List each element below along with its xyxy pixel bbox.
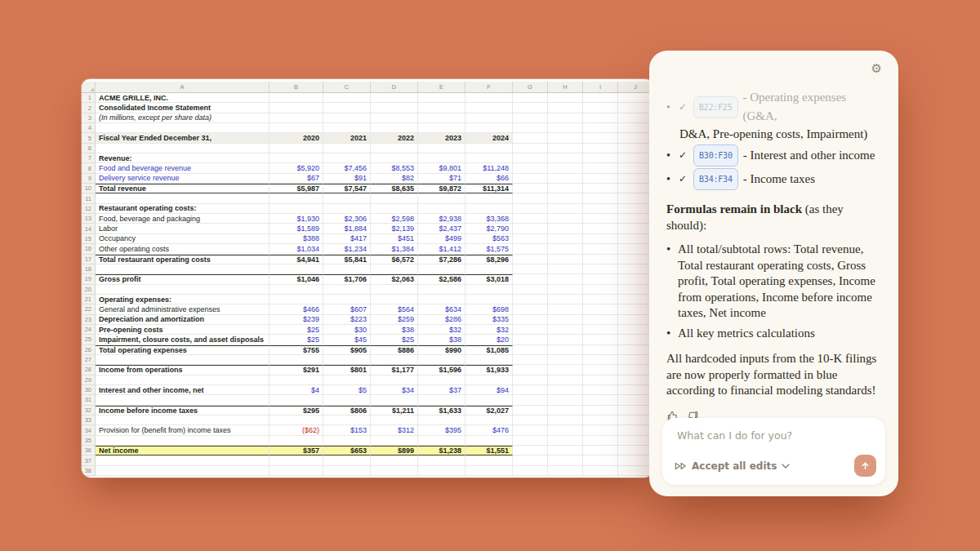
sheet-cell-F28[interactable]: $1,933 xyxy=(466,365,513,375)
sheet-cell-A4[interactable] xyxy=(96,123,270,133)
sheet-cell-B21[interactable] xyxy=(270,295,323,304)
row-header-29[interactable]: 29 xyxy=(82,375,96,385)
sheet-cell-I27[interactable] xyxy=(583,355,618,365)
sheet-cell-E15[interactable]: $499 xyxy=(418,234,466,244)
sheet-cell-F18[interactable] xyxy=(466,264,513,274)
sheet-cell-A13[interactable]: Food, beverage and packaging xyxy=(96,214,270,224)
sheet-cell-E34[interactable]: $395 xyxy=(418,425,466,435)
sheet-cell-G28[interactable] xyxy=(513,365,548,375)
sheet-cell-F8[interactable]: $11,248 xyxy=(466,163,513,173)
sheet-cell-J18[interactable] xyxy=(618,264,653,274)
sheet-cell-D13[interactable]: $2,598 xyxy=(371,214,418,224)
sheet-cell-E20[interactable] xyxy=(418,285,466,295)
sheet-cell-I22[interactable] xyxy=(583,304,618,314)
sheet-cell-D2[interactable] xyxy=(371,103,418,113)
sheet-cell-H16[interactable] xyxy=(548,244,583,254)
row-header-1[interactable]: 1 xyxy=(82,93,96,103)
sheet-cell-B19[interactable]: $1,046 xyxy=(270,274,323,284)
sheet-cell-E4[interactable] xyxy=(418,123,466,133)
sheet-cell-F14[interactable]: $2,790 xyxy=(466,224,513,233)
sheet-cell-E14[interactable]: $2,437 xyxy=(418,224,466,233)
sheet-cell-J21[interactable] xyxy=(618,295,653,304)
sheet-cell-D22[interactable]: $564 xyxy=(371,304,418,314)
sheet-cell-A12[interactable]: Restaurant operating costs: xyxy=(96,204,270,214)
sheet-cell-D37[interactable] xyxy=(371,455,418,465)
sheet-cell-J13[interactable] xyxy=(618,214,653,224)
sheet-cell-H24[interactable] xyxy=(548,325,583,335)
sheet-cell-E7[interactable] xyxy=(418,153,466,163)
sheet-cell-E1[interactable] xyxy=(418,93,466,103)
sheet-cell-J33[interactable] xyxy=(618,415,653,425)
sheet-cell-C11[interactable] xyxy=(323,193,371,203)
sheet-cell-A34[interactable]: Provision for (benefit from) income taxe… xyxy=(96,425,270,435)
row-header-19[interactable]: 19 xyxy=(82,274,96,284)
row-header-17[interactable]: 17 xyxy=(82,255,96,264)
sheet-cell-E16[interactable]: $1,412 xyxy=(418,244,466,254)
sheet-cell-F23[interactable]: $335 xyxy=(466,315,513,325)
sheet-cell-I35[interactable] xyxy=(583,436,618,446)
sheet-cell-C38[interactable] xyxy=(323,466,371,476)
sheet-cell-B33[interactable] xyxy=(270,415,323,425)
composer-input[interactable] xyxy=(675,429,875,442)
sheet-cell-G9[interactable] xyxy=(513,174,548,184)
sheet-cell-J35[interactable] xyxy=(618,436,653,446)
sheet-cell-F31[interactable] xyxy=(466,395,513,405)
sheet-cell-C32[interactable]: $806 xyxy=(323,406,371,415)
row-header-37[interactable]: 37 xyxy=(82,455,96,465)
sheet-cell-B32[interactable]: $295 xyxy=(270,406,323,415)
sheet-cell-F20[interactable] xyxy=(466,285,513,295)
row-header-15[interactable]: 15 xyxy=(82,234,96,244)
sheet-cell-F13[interactable]: $3,368 xyxy=(466,214,513,224)
sheet-cell-E22[interactable]: $634 xyxy=(418,304,466,314)
sheet-cell-I10[interactable] xyxy=(583,184,618,193)
sheet-cell-A22[interactable]: General and administrative expenses xyxy=(96,304,270,314)
sheet-cell-H25[interactable] xyxy=(548,335,583,344)
sheet-cell-E5[interactable]: 2023 xyxy=(418,133,466,143)
sheet-cell-H30[interactable] xyxy=(548,385,583,395)
sheet-cell-F11[interactable] xyxy=(466,193,513,203)
sheet-cell-A9[interactable]: Delivery service revenue xyxy=(96,174,270,184)
sheet-cell-C26[interactable]: $905 xyxy=(323,345,371,355)
sheet-cell-H10[interactable] xyxy=(548,184,583,193)
sheet-cell-J15[interactable] xyxy=(618,234,653,244)
sheet-cell-B11[interactable] xyxy=(270,193,323,203)
row-header-34[interactable]: 34 xyxy=(82,425,96,435)
sheet-cell-I5[interactable] xyxy=(583,133,618,143)
sheet-cell-I31[interactable] xyxy=(583,395,618,405)
sheet-cell-C4[interactable] xyxy=(323,123,371,133)
sheet-cell-D20[interactable] xyxy=(371,285,418,295)
sheet-cell-I11[interactable] xyxy=(583,193,618,203)
sheet-cell-F26[interactable]: $1,085 xyxy=(466,345,513,355)
sheet-cell-F17[interactable]: $8,296 xyxy=(466,255,513,264)
column-header-A[interactable]: A xyxy=(96,82,270,93)
sheet-cell-G25[interactable] xyxy=(513,335,548,344)
sheet-cell-D19[interactable]: $2,063 xyxy=(371,274,418,284)
sheet-cell-E3[interactable] xyxy=(418,113,466,123)
sheet-cell-F16[interactable]: $1,575 xyxy=(466,244,513,254)
cell-range-chip[interactable]: B22:F25 xyxy=(693,96,738,118)
sheet-cell-A35[interactable] xyxy=(96,436,270,446)
sheet-cell-D3[interactable] xyxy=(371,113,418,123)
sheet-cell-I23[interactable] xyxy=(583,315,618,325)
sheet-cell-C22[interactable]: $607 xyxy=(323,304,371,314)
sheet-cell-J12[interactable] xyxy=(618,204,653,214)
sheet-cell-I28[interactable] xyxy=(583,365,618,375)
sheet-cell-G31[interactable] xyxy=(513,395,548,405)
sheet-cell-F5[interactable]: 2024 xyxy=(466,133,513,143)
sheet-cell-H15[interactable] xyxy=(548,234,583,244)
sheet-cell-B18[interactable] xyxy=(270,264,323,274)
row-header-14[interactable]: 14 xyxy=(82,224,96,233)
sheet-cell-E6[interactable] xyxy=(418,144,466,153)
sheet-cell-J23[interactable] xyxy=(618,315,653,325)
sheet-cell-I3[interactable] xyxy=(583,113,618,123)
sheet-cell-B35[interactable] xyxy=(270,436,323,446)
row-header-32[interactable]: 32 xyxy=(82,406,96,415)
sheet-cell-F37[interactable] xyxy=(466,455,513,465)
sheet-cell-H9[interactable] xyxy=(548,174,583,184)
sheet-cell-A7[interactable]: Revenue: xyxy=(96,153,270,163)
sheet-cell-H13[interactable] xyxy=(548,214,583,224)
sheet-cell-F1[interactable] xyxy=(466,93,513,103)
row-header-3[interactable]: 3 xyxy=(82,113,96,123)
sheet-cell-I14[interactable] xyxy=(583,224,618,233)
column-header-I[interactable]: I xyxy=(583,82,618,93)
